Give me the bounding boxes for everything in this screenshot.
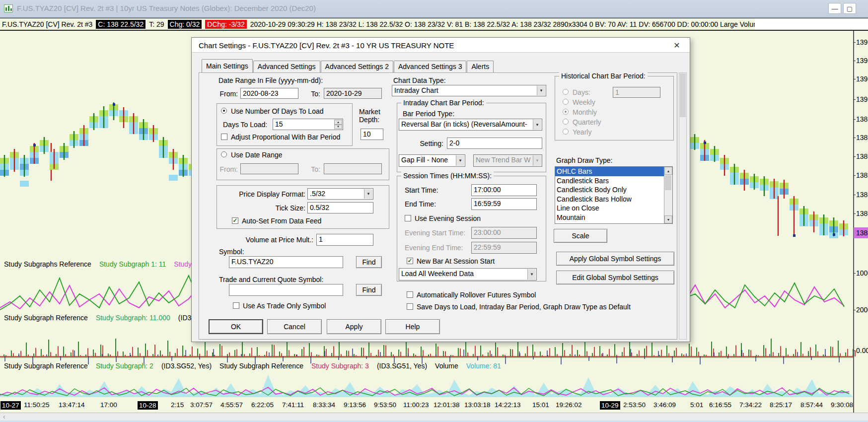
graph-draw-option[interactable]: OHLC Bars	[555, 167, 672, 176]
use-evening-session-checkbox[interactable]	[405, 215, 411, 221]
scale-button[interactable]: Scale	[554, 229, 607, 243]
price-label: 139	[856, 95, 868, 103]
date-to-input[interactable]: 2020-10-29	[324, 88, 382, 99]
adjust-proportional-checkbox[interactable]	[221, 134, 227, 140]
symbol-input[interactable]: F.US.TYAZ20	[229, 256, 343, 268]
historical-radio-label: Monthly	[573, 108, 597, 116]
tab-advanced-settings-3[interactable]: Advanced Settings 3	[394, 61, 466, 72]
end-time-input[interactable]: 16:59:59	[471, 198, 537, 210]
use-date-range-radio[interactable]	[221, 151, 227, 157]
time-label: 3:46:09	[653, 401, 676, 409]
evening-end-time-label: Evening End Time:	[405, 244, 463, 252]
dialog-titlebar[interactable]: Chart Settings - F.US.TYAZ20 [CV] Rev. 2…	[192, 38, 690, 53]
study-subgraph-reference-row: Study Subgraph ReferenceStudy Subgraph: …	[4, 314, 203, 322]
dialog-scrollbar[interactable]	[679, 72, 687, 340]
time-label: 13:47:14	[59, 401, 85, 409]
tab-main-settings[interactable]: Main Settings	[202, 59, 253, 72]
volume-at-price-mult-label: Volume at Price Mult.:	[229, 236, 313, 244]
gap-fill-select[interactable]: Gap Fill - None ▼	[399, 154, 465, 167]
from-label: From:	[217, 90, 238, 98]
maximize-button[interactable]: ▢	[843, 3, 856, 14]
symbol-find-button[interactable]: Find	[356, 256, 382, 268]
infobar-right-spacer	[755, 18, 868, 30]
scrollbar-thumb[interactable]	[665, 175, 671, 190]
time-label: 2:53:50	[623, 401, 646, 409]
chart-data-type-select[interactable]: Intraday Chart ▼	[392, 85, 546, 96]
chevron-down-icon[interactable]: ▼	[456, 155, 464, 166]
scroll-up-icon[interactable]: ▲	[664, 167, 672, 175]
auto-rollover-label: Automatically Rollover Futures Symbol	[417, 291, 536, 299]
start-time-input[interactable]: 17:00:00	[471, 184, 537, 196]
evening-end-time-input[interactable]: 22:59:59	[471, 242, 537, 254]
auto-rollover-checkbox[interactable]	[407, 291, 413, 298]
chevron-down-icon[interactable]: ▼	[364, 189, 372, 199]
save-default-checkbox[interactable]	[407, 303, 413, 310]
trade-find-button[interactable]: Find	[356, 284, 382, 296]
tab-advanced-settings[interactable]: Advanced Settings	[253, 61, 320, 72]
graph-draw-option[interactable]: Mountain	[555, 213, 672, 222]
price-label: 1000	[856, 269, 868, 277]
chevron-down-icon[interactable]: ▼	[527, 269, 536, 280]
chevron-down-icon[interactable]: ▼	[537, 86, 545, 95]
date-from-input[interactable]: 2020-08-23	[240, 88, 298, 99]
dialog-tabs: Main SettingsAdvanced SettingsAdvanced S…	[202, 61, 494, 73]
scroll-left-icon[interactable]: ‹	[3, 413, 5, 421]
setting-input[interactable]: 2-0	[447, 138, 542, 149]
weekend-data-select[interactable]: Load All Weekend Data ▼	[399, 268, 537, 281]
tick-size-input[interactable]: 0.5/32	[307, 202, 373, 213]
cancel-button[interactable]: Cancel	[267, 319, 322, 334]
adjust-proportional-label: Adjust Proportional With Bar Period	[231, 133, 340, 141]
historical-radio-weekly[interactable]	[563, 99, 569, 105]
graph-draw-option[interactable]: Candlestick Bars Hollow	[555, 195, 672, 204]
historical-radio-yearly[interactable]	[563, 129, 569, 135]
apply-global-symbol-settings-button[interactable]: Apply Global Symbol Settings	[556, 252, 674, 266]
tab-advanced-settings-2[interactable]: Advanced Settings 2	[321, 61, 393, 72]
range-to-input[interactable]	[324, 163, 382, 174]
graph-draw-type-listbox[interactable]: ▲ ▼ OHLC BarsCandlestick BarsCandlestick…	[555, 166, 673, 224]
ok-button[interactable]: OK	[209, 319, 263, 334]
trade-quote-symbol-input[interactable]	[229, 284, 343, 296]
auto-set-checkbox[interactable]: ✓	[232, 217, 238, 224]
time-label: 7:34:22	[739, 401, 762, 409]
use-date-range-label: Use Date Range	[231, 151, 283, 159]
graph-draw-option[interactable]: Candlestick Body Only	[555, 185, 672, 195]
price-label: 0.00	[856, 347, 868, 354]
days-to-load-input[interactable]: 15 ▲▼	[273, 119, 343, 130]
close-icon[interactable]: ✕	[671, 40, 683, 51]
new-bar-at-session-start-checkbox[interactable]: ✓	[407, 258, 413, 264]
time-label: 9:13:56	[344, 401, 366, 409]
study-label: Study Subgraphs Reference	[4, 260, 91, 268]
study-label: Study Subgraph Reference	[4, 314, 88, 322]
edit-global-symbol-settings-button[interactable]: Edit Global Symbol Settings	[556, 271, 674, 284]
price-label: 139	[856, 57, 868, 65]
study-label: Study Subgraph: 3	[311, 362, 369, 370]
bar-period-type-select[interactable]: Reversal Bar (in ticks) (ReversalAmount-…	[399, 119, 542, 131]
use-number-of-days-radio[interactable]	[221, 108, 227, 114]
chevron-down-icon[interactable]: ▼	[533, 120, 541, 130]
help-button[interactable]: Help	[385, 319, 440, 334]
horizontal-scrollbar[interactable]: ‹	[0, 413, 868, 421]
market-depth-input[interactable]: 10	[361, 129, 383, 140]
listbox-scrollbar[interactable]: ▲ ▼	[664, 167, 672, 223]
new-trend-bar-select[interactable]: New Trend Bar W ▼	[473, 154, 542, 167]
use-as-trade-only-checkbox[interactable]	[233, 302, 239, 309]
graph-draw-option[interactable]: Candlestick Bars	[555, 176, 672, 186]
historical-radio-quarterly[interactable]	[563, 119, 569, 125]
apply-button[interactable]: Apply	[327, 319, 381, 334]
evening-start-time-input[interactable]: 23:00:00	[471, 227, 537, 239]
scroll-down-icon[interactable]: ▼	[664, 215, 672, 223]
scrollbar-thumb[interactable]	[680, 73, 686, 117]
days-to-load-spinner[interactable]: ▲▼	[334, 120, 342, 129]
historical-days-input[interactable]: 1	[613, 87, 660, 98]
minimize-button[interactable]: —	[828, 3, 841, 14]
last-price-badge: 138	[854, 227, 868, 238]
volume-at-price-mult-input[interactable]: 1	[316, 234, 373, 246]
tab-alerts[interactable]: Alerts	[467, 61, 494, 72]
time-label: 11:50:25	[24, 401, 50, 409]
historical-radio-monthly[interactable]	[563, 109, 569, 115]
historical-radio-days[interactable]	[563, 89, 569, 95]
graph-draw-option[interactable]: Line on Close	[555, 204, 672, 213]
app-chart-icon	[4, 4, 13, 12]
range-from-input[interactable]	[240, 163, 298, 174]
price-display-format-select[interactable]: .5/32 ▼	[307, 188, 373, 200]
